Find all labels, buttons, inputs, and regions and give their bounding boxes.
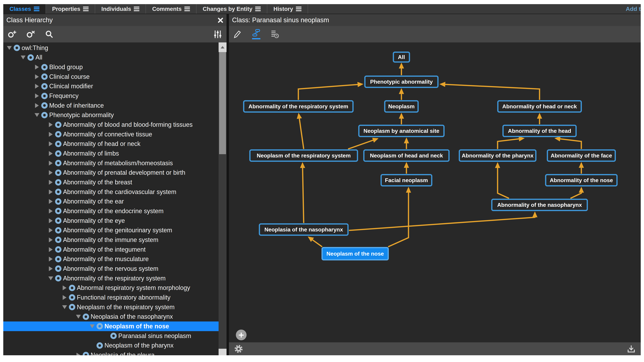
graph-node-abn-resp-sys[interactable]: Abnormality of the respiratory system: [243, 100, 354, 113]
collapse-arrow-icon[interactable]: [19, 55, 28, 59]
expand-arrow-icon[interactable]: [46, 218, 55, 223]
expand-arrow-icon[interactable]: [46, 180, 55, 185]
edit-pencil-icon[interactable]: [234, 30, 242, 39]
tree-row[interactable]: Neoplasm of the pharynx: [3, 341, 226, 350]
tree-row[interactable]: Neoplasm of the nose: [3, 322, 226, 331]
delete-class-icon[interactable]: [26, 30, 36, 39]
scrollbar-down-button[interactable]: [218, 349, 226, 355]
add-node-button[interactable]: +: [236, 330, 246, 340]
download-icon[interactable]: [627, 345, 636, 353]
collapse-arrow-icon[interactable]: [88, 324, 96, 328]
tree-row[interactable]: Abnormality of connective tissue: [3, 130, 226, 139]
tree-row[interactable]: Neoplasm of the respiratory system: [3, 302, 226, 312]
expand-arrow-icon[interactable]: [46, 189, 55, 194]
tab-menu-icon[interactable]: [83, 6, 88, 11]
tree-row[interactable]: Abnormality of the genitourinary system: [3, 225, 226, 235]
expand-arrow-icon[interactable]: [46, 199, 55, 204]
tree-row[interactable]: Abnormality of metabolism/homeostasis: [3, 158, 226, 168]
tab-history[interactable]: History: [267, 4, 308, 14]
gear-icon[interactable]: [234, 345, 243, 353]
tab-comments[interactable]: Comments: [146, 4, 196, 14]
tree-row[interactable]: All: [3, 53, 226, 62]
tree-row[interactable]: Abnormality of the breast: [3, 178, 226, 187]
tree-row[interactable]: Paranasal sinus neoplasm: [3, 331, 226, 341]
tree-row[interactable]: Abnormality of the musculature: [3, 254, 226, 264]
graph-node-neo-anat-site[interactable]: Neoplasm by anatomical site: [358, 125, 444, 137]
graph-node-abn-face[interactable]: Abnormality of the face: [547, 149, 616, 162]
expand-arrow-icon[interactable]: [33, 84, 41, 89]
collapse-arrow-icon[interactable]: [46, 276, 55, 280]
tree-row[interactable]: Abnormality of the endocrine system: [3, 206, 226, 216]
graph-view-icon[interactable]: [252, 29, 260, 39]
add-class-icon[interactable]: [8, 30, 17, 39]
tab-individuals[interactable]: Individuals: [95, 4, 146, 14]
tree-row[interactable]: Abnormality of limbs: [3, 149, 226, 158]
tree-row[interactable]: Blood group: [3, 62, 226, 72]
tab-menu-icon[interactable]: [255, 6, 261, 11]
tree-row[interactable]: Mode of inheritance: [3, 101, 226, 110]
graph-node-abn-nose[interactable]: Abnormality of the nose: [545, 174, 618, 186]
expand-arrow-icon[interactable]: [46, 228, 55, 233]
expand-arrow-icon[interactable]: [46, 257, 55, 261]
changes-list-icon[interactable]: [271, 30, 279, 39]
tree-row[interactable]: Neoplasia of the pleura: [3, 350, 226, 355]
tree-row[interactable]: Abnormality of the respiratory system: [3, 274, 226, 283]
graph-node-abn-head[interactable]: Abnormality of the head: [502, 125, 577, 137]
tree-row[interactable]: Abnormality of the ear: [3, 197, 226, 206]
expand-arrow-icon[interactable]: [46, 266, 55, 271]
graph-node-all[interactable]: All: [393, 52, 410, 63]
tree-row[interactable]: Functional respiratory abnormality: [3, 293, 226, 302]
expand-arrow-icon[interactable]: [33, 103, 41, 108]
collapse-arrow-icon[interactable]: [5, 46, 14, 50]
collapse-arrow-icon[interactable]: [60, 305, 69, 309]
expand-arrow-icon[interactable]: [46, 141, 55, 146]
tree-row[interactable]: owl:Thing: [3, 43, 220, 53]
expand-arrow-icon[interactable]: [33, 93, 41, 98]
scrollbar-thumb[interactable]: [219, 52, 226, 154]
collapse-arrow-icon[interactable]: [33, 113, 41, 117]
tree-row[interactable]: Abnormality of the immune system: [3, 235, 226, 245]
filter-icon[interactable]: [214, 30, 222, 38]
graph-node-neo-head-and-neck[interactable]: Neoplasm of head and neck: [363, 149, 450, 162]
expand-arrow-icon[interactable]: [60, 285, 69, 290]
tree-row[interactable]: Abnormal respiratory system morphology: [3, 283, 226, 293]
expand-arrow-icon[interactable]: [46, 122, 55, 127]
tab-changes-by-entity[interactable]: Changes by Entity: [196, 4, 267, 14]
expand-arrow-icon[interactable]: [46, 247, 55, 252]
graph-node-phenotypic[interactable]: Phenotypic abnormality: [364, 76, 438, 88]
tree-row[interactable]: Abnormality of the integument: [3, 245, 226, 254]
tree-row[interactable]: Frequency: [3, 91, 226, 101]
tree-row[interactable]: Abnormality of the eye: [3, 216, 226, 226]
graph-node-abn-nasopharynx[interactable]: Abnormality of the nasopharynx: [491, 199, 588, 211]
graph-node-neo-nose[interactable]: Neoplasm of the nose: [322, 247, 389, 260]
expand-arrow-icon[interactable]: [33, 65, 41, 69]
collapse-arrow-icon[interactable]: [74, 315, 83, 319]
tab-properties[interactable]: Properties: [46, 4, 95, 14]
tree-row[interactable]: Abnormality of the nervous system: [3, 264, 226, 274]
tree-row[interactable]: Clinical course: [3, 72, 226, 82]
expand-arrow-icon[interactable]: [46, 237, 55, 242]
graph-node-neoplasia-nasopharynx[interactable]: Neoplasia of the nasopharynx: [259, 223, 348, 236]
tree-row[interactable]: Abnormality of the cardiovascular system: [3, 187, 226, 197]
tree-row[interactable]: Phenotypic abnormality: [3, 110, 226, 120]
expand-arrow-icon[interactable]: [33, 74, 41, 79]
tree-row[interactable]: Clinical modifier: [3, 82, 226, 91]
graph-node-abn-head-neck[interactable]: Abnormality of head or neck: [497, 100, 582, 113]
expand-arrow-icon[interactable]: [74, 353, 83, 355]
tab-menu-icon[interactable]: [34, 6, 39, 11]
graph-canvas[interactable]: + AllPhenotypic abnormalityAbnormality o…: [229, 42, 641, 342]
tree-scrollbar[interactable]: [218, 42, 226, 355]
tree-row[interactable]: Neoplasia of the nasopharynx: [3, 312, 226, 322]
expand-arrow-icon[interactable]: [46, 151, 55, 156]
graph-node-neoplasm[interactable]: Neoplasm: [384, 100, 419, 113]
tree-row[interactable]: Abnormality of blood and blood-forming t…: [3, 120, 226, 130]
search-icon[interactable]: [45, 30, 54, 39]
tree-row[interactable]: Abnormality of prenatal development or b…: [3, 168, 226, 178]
tab-menu-icon[interactable]: [134, 6, 139, 11]
tab-menu-icon[interactable]: [296, 6, 302, 11]
tab-menu-icon[interactable]: [184, 6, 190, 11]
add-tab-link[interactable]: Add t: [626, 4, 641, 14]
scrollbar-up-button[interactable]: [218, 42, 226, 52]
close-icon[interactable]: [218, 17, 224, 23]
graph-node-abn-pharynx[interactable]: Abnormality of the pharynx: [459, 149, 536, 162]
